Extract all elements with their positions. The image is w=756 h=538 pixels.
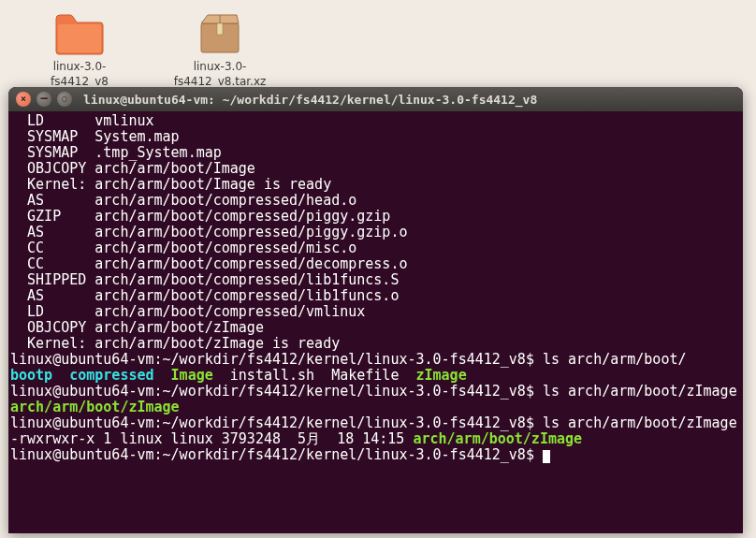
minimize-button[interactable]: ‒ <box>36 92 51 107</box>
maximize-icon: ▢ <box>63 95 67 103</box>
terminal-window: × ‒ ▢ linux@ubuntu64-vm: ~/workdir/fs441… <box>8 87 743 533</box>
desktop-icon-archive[interactable]: linux-3.0-fs4412_v8.tar.xz <box>164 12 276 89</box>
window-titlebar[interactable]: × ‒ ▢ linux@ubuntu64-vm: ~/workdir/fs441… <box>8 87 743 111</box>
desktop-icon-folder[interactable]: linux-3.0-fs4412_v8 <box>23 12 136 89</box>
desktop-icon-label: linux-3.0-fs4412_v8 <box>23 60 136 89</box>
minimize-icon: ‒ <box>40 92 47 105</box>
desktop-icon-label: linux-3.0-fs4412_v8.tar.xz <box>164 60 276 89</box>
folder-icon <box>54 12 105 55</box>
svg-rect-2 <box>217 23 223 35</box>
window-title: linux@ubuntu64-vm: ~/workdir/fs4412/kern… <box>83 93 537 107</box>
package-icon <box>196 12 243 55</box>
svg-rect-0 <box>58 24 101 52</box>
close-button[interactable]: × <box>16 92 31 107</box>
terminal-cursor <box>543 450 550 463</box>
close-icon: × <box>21 94 26 104</box>
terminal-output[interactable]: LD vmlinux SYSMAP System.map SYSMAP .tmp… <box>8 111 743 465</box>
maximize-button[interactable]: ▢ <box>57 92 72 107</box>
